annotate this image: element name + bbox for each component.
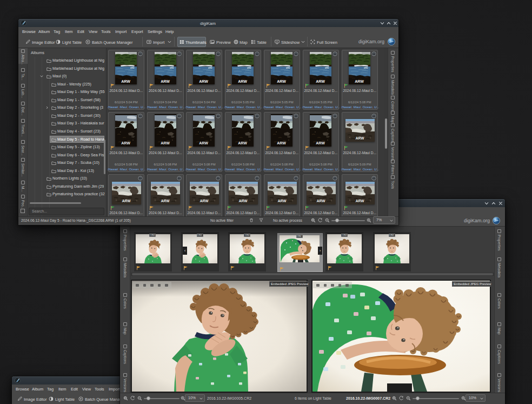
svg-text:ARW: ARW (122, 199, 130, 203)
svg-text:ARW: ARW (238, 80, 247, 83)
svg-text:ARW: ARW (199, 141, 208, 145)
svg-text:ARW: ARW (161, 199, 170, 203)
svg-text:ARW: ARW (238, 199, 247, 203)
svg-text:ARW: ARW (277, 80, 286, 83)
svg-text:ARW: ARW (355, 199, 364, 203)
svg-text:ARW: ARW (316, 141, 325, 145)
svg-text:ARW: ARW (200, 199, 208, 203)
svg-text:ARW: ARW (121, 141, 130, 145)
svg-text:ARW: ARW (238, 141, 247, 145)
svg-text:ARW: ARW (355, 136, 364, 140)
svg-text:ARW: ARW (161, 80, 170, 83)
svg-text:ARW: ARW (277, 141, 286, 145)
svg-text:ARW: ARW (161, 141, 170, 145)
svg-text:ARW: ARW (355, 80, 364, 83)
svg-text:ARW: ARW (121, 80, 130, 83)
svg-text:ARW: ARW (277, 199, 286, 203)
svg-text:ARW: ARW (316, 80, 325, 83)
svg-text:ARW: ARW (316, 199, 325, 203)
svg-text:ARW: ARW (199, 80, 208, 83)
